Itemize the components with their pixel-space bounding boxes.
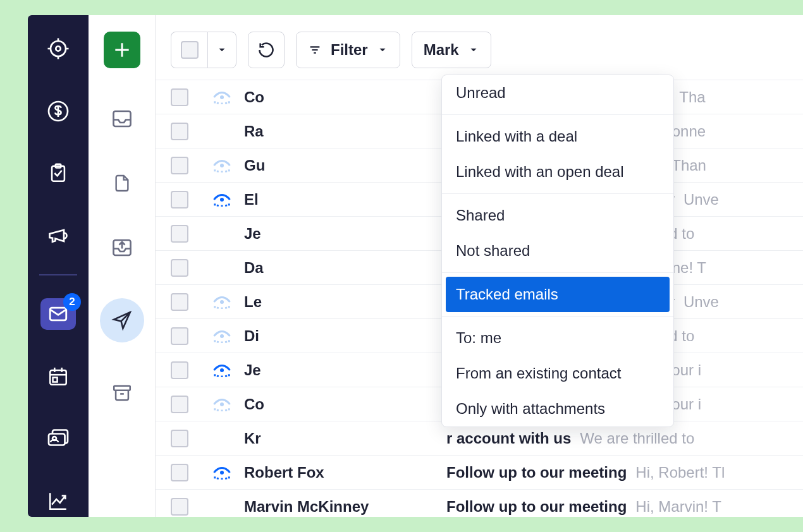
nav-divider (39, 274, 77, 275)
file-icon[interactable] (108, 169, 136, 197)
dropdown-separator (442, 316, 673, 317)
filter-option[interactable]: Tracked emails (446, 277, 670, 312)
row-sender: Co (244, 396, 446, 413)
main-panel: Filter Mark Colow up to our meetingHi, C… (156, 15, 803, 517)
svg-point-0 (51, 41, 66, 56)
tracked-eye-icon (212, 193, 231, 207)
filter-option[interactable]: To: me (442, 320, 673, 356)
row-sender: Le (244, 293, 446, 311)
row-sender: Kr (244, 430, 446, 447)
filter-label: Filter (331, 41, 368, 59)
row-checkbox[interactable] (171, 259, 188, 277)
email-row[interactable]: Marvin McKinneyFollow up to our meetingH… (156, 490, 803, 517)
tracked-eye-icon (212, 397, 231, 411)
mail-badge: 2 (63, 293, 81, 311)
inbox-icon[interactable] (108, 105, 136, 133)
nav-contacts-icon[interactable] (40, 423, 76, 455)
filter-option[interactable]: Not shared (442, 233, 673, 269)
svg-line-56 (226, 341, 226, 342)
row-checkbox[interactable] (171, 191, 188, 209)
svg-point-52 (220, 334, 224, 338)
refresh-button[interactable] (248, 32, 285, 68)
filter-option[interactable]: Shared (442, 198, 673, 233)
row-sender: Ra (244, 123, 446, 140)
send-icon[interactable] (100, 298, 144, 342)
svg-line-38 (226, 170, 226, 172)
row-subject: Follow up to our meeting (446, 498, 627, 516)
svg-line-60 (218, 375, 218, 377)
svg-line-30 (218, 102, 218, 104)
select-all-checkbox[interactable] (171, 32, 207, 68)
filter-option[interactable]: Linked with a deal (442, 119, 673, 154)
row-checkbox[interactable] (171, 430, 188, 447)
svg-line-62 (226, 375, 226, 377)
tracked-eye-icon (212, 90, 231, 104)
row-preview: Hi, Robert! Tl (635, 464, 725, 481)
svg-line-68 (226, 409, 226, 411)
svg-line-66 (218, 409, 218, 411)
svg-point-58 (220, 368, 224, 372)
select-all-group (171, 32, 236, 68)
row-checkbox[interactable] (171, 361, 188, 379)
archive-icon[interactable] (108, 379, 136, 407)
row-checkbox[interactable] (171, 157, 188, 174)
filter-option[interactable]: From an existing contact (442, 356, 673, 391)
filter-option[interactable]: Unread (442, 75, 673, 111)
nav-dollar-icon[interactable] (40, 95, 76, 128)
nav-megaphone-icon[interactable] (40, 220, 76, 252)
svg-rect-23 (114, 386, 130, 390)
filter-button[interactable]: Filter (296, 32, 400, 68)
select-all-dropdown[interactable] (207, 32, 236, 68)
nav-target-icon[interactable] (40, 33, 76, 65)
filter-option[interactable]: Only with attachments (442, 391, 673, 426)
svg-line-32 (226, 102, 226, 104)
svg-line-72 (218, 477, 218, 479)
row-sender: Je (244, 225, 446, 243)
row-sender: Di (244, 327, 446, 345)
mark-button[interactable]: Mark (412, 32, 491, 68)
filter-dropdown: UnreadLinked with a dealLinked with an o… (441, 75, 674, 427)
filter-option[interactable]: Linked with an open deal (442, 154, 673, 190)
nav-calendar-icon[interactable] (40, 360, 76, 392)
nav-chart-icon[interactable] (40, 485, 76, 517)
row-checkbox[interactable] (171, 464, 188, 481)
row-checkbox[interactable] (171, 327, 188, 345)
row-checkbox[interactable] (171, 88, 188, 106)
row-checkbox[interactable] (171, 498, 188, 516)
svg-line-48 (218, 306, 218, 308)
dropdown-separator (442, 114, 673, 115)
svg-point-40 (220, 198, 224, 202)
row-subject: Follow up to our meeting (446, 464, 627, 481)
compose-button[interactable] (104, 32, 140, 68)
nav-mail-icon[interactable]: 2 (40, 298, 76, 330)
tracked-eye-icon (212, 295, 231, 309)
checkbox-icon (181, 41, 199, 59)
row-preview: Hi, Marvin! T (635, 498, 721, 516)
row-checkbox[interactable] (171, 396, 188, 413)
secondary-nav-rail (89, 15, 156, 517)
row-preview: We are thrilled to (580, 430, 694, 447)
tracked-eye-icon (212, 363, 231, 377)
primary-nav-rail: 2 (28, 15, 89, 517)
svg-line-50 (226, 306, 226, 308)
svg-point-64 (220, 402, 224, 406)
row-sender: Marvin McKinney (244, 498, 446, 516)
row-checkbox[interactable] (171, 293, 188, 311)
tracked-eye-icon (212, 329, 231, 343)
svg-point-70 (220, 471, 224, 475)
svg-line-74 (226, 477, 226, 479)
tracked-eye-icon (212, 466, 231, 480)
mark-label: Mark (424, 41, 459, 59)
row-checkbox[interactable] (171, 123, 188, 140)
row-subject: r account with us (446, 430, 571, 447)
svg-point-1 (56, 47, 61, 52)
email-row[interactable]: Robert FoxFollow up to our meetingHi, Ro… (156, 456, 803, 490)
nav-clipboard-icon[interactable] (40, 157, 76, 190)
dropdown-separator (442, 272, 673, 273)
row-sender: Gu (244, 157, 446, 174)
row-sender: Co (244, 88, 446, 106)
outbox-icon[interactable] (108, 234, 136, 262)
dropdown-separator (442, 193, 673, 194)
row-checkbox[interactable] (171, 225, 188, 243)
svg-point-46 (220, 300, 224, 304)
